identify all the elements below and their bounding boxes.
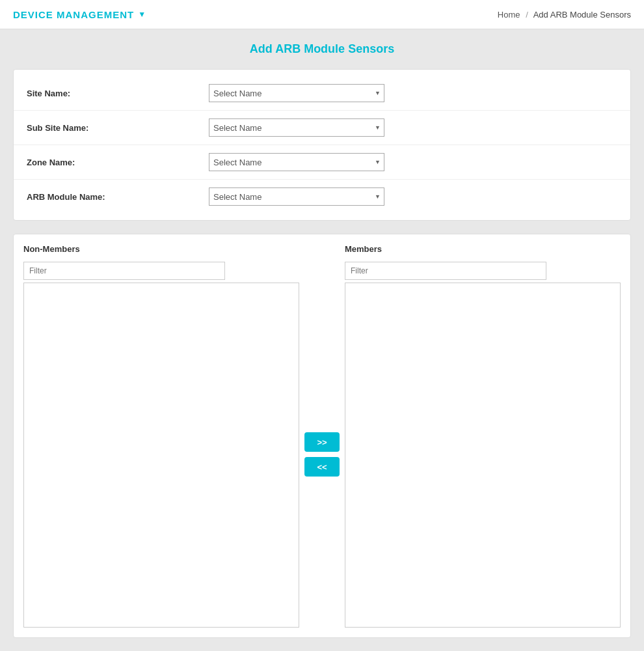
members-header: Non-Members Members	[23, 244, 621, 254]
site-name-row: Site Name: Select Name	[14, 76, 630, 111]
main-content: Add ARB Module Sensors Site Name: Select…	[0, 29, 644, 651]
members-list-inner	[345, 283, 620, 627]
non-members-list-inner	[24, 283, 299, 627]
members-filter[interactable]	[345, 262, 546, 280]
brand: DEVICE MANAGEMENT ▼	[13, 9, 146, 20]
breadcrumb-home[interactable]: Home	[498, 10, 520, 20]
form-card: Site Name: Select Name Sub Site Name: Se…	[13, 69, 631, 221]
site-name-select-wrapper: Select Name	[209, 84, 384, 102]
sub-site-name-select[interactable]: Select Name	[209, 118, 384, 137]
site-name-select[interactable]: Select Name	[209, 84, 384, 102]
arb-module-name-row: ARB Module Name: Select Name	[14, 180, 630, 214]
arb-module-name-label: ARB Module Name:	[27, 192, 209, 202]
members-panel	[345, 262, 621, 628]
transfer-buttons: >> <<	[299, 413, 345, 477]
zone-name-select-wrapper: Select Name	[209, 153, 384, 171]
brand-arrow: ▼	[138, 10, 146, 19]
breadcrumb: Home / Add ARB Module Sensors	[498, 10, 631, 20]
zone-name-row: Zone Name: Select Name	[14, 145, 630, 180]
non-members-title: Non-Members	[23, 244, 299, 254]
arb-module-name-select-wrapper: Select Name	[209, 187, 384, 206]
move-right-button[interactable]: >>	[304, 432, 340, 452]
arb-module-name-select[interactable]: Select Name	[209, 187, 384, 206]
brand-title: DEVICE MANAGEMENT	[13, 9, 134, 20]
non-members-list[interactable]	[23, 283, 299, 628]
site-name-label: Site Name:	[27, 89, 209, 98]
zone-name-label: Zone Name:	[27, 158, 209, 167]
zone-name-select[interactable]: Select Name	[209, 153, 384, 171]
breadcrumb-current: Add ARB Module Sensors	[533, 10, 631, 20]
sub-site-name-select-wrapper: Select Name	[209, 118, 384, 137]
breadcrumb-separator: /	[526, 10, 528, 20]
top-nav: DEVICE MANAGEMENT ▼ Home / Add ARB Modul…	[0, 0, 644, 29]
non-members-filter[interactable]	[23, 262, 225, 280]
move-left-button[interactable]: <<	[304, 457, 340, 477]
members-layout: >> <<	[23, 262, 621, 628]
members-list[interactable]	[345, 283, 621, 628]
page-title: Add ARB Module Sensors	[13, 42, 631, 56]
members-title: Members	[345, 244, 621, 254]
members-card: Non-Members Members >> <<	[13, 234, 631, 638]
sub-site-name-label: Sub Site Name:	[27, 123, 209, 133]
non-members-panel	[23, 262, 299, 628]
sub-site-name-row: Sub Site Name: Select Name	[14, 111, 630, 145]
